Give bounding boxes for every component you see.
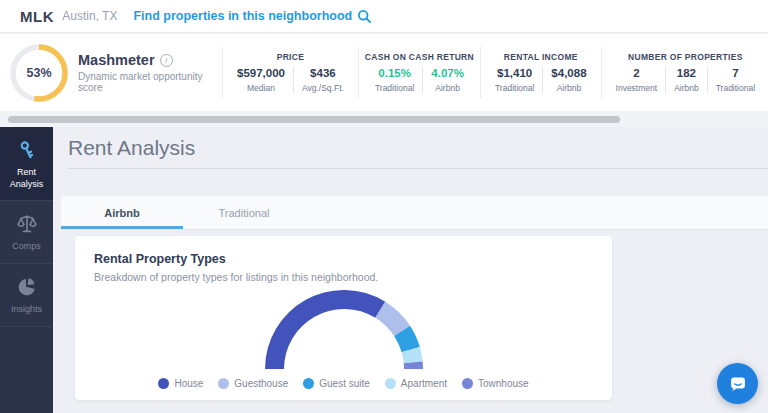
sidebar-item-label: Rent Analysis — [2, 167, 51, 190]
stat-label: Median — [247, 83, 275, 93]
legend-dot — [158, 378, 169, 389]
stat-group-label: RENTAL INCOME — [504, 52, 578, 62]
stat-group-price: PRICE $597,000Median $436Avg./Sq.Ft. — [223, 34, 358, 111]
stat-value: 7 — [732, 67, 738, 79]
sidebar-item-rent-analysis[interactable]: Rent Analysis — [0, 127, 53, 201]
stat-group-cash-on-cash: CASH ON CASH RETURN 0.15%Traditional 4.0… — [359, 34, 480, 111]
property-types-half-donut-chart — [244, 288, 444, 372]
stat-label: Investment — [616, 83, 658, 93]
stat-value: $597,000 — [237, 67, 285, 79]
legend-dot — [385, 378, 396, 389]
mashmeter-title: Mashmeter — [78, 52, 155, 68]
stat-group-label: CASH ON CASH RETURN — [365, 52, 474, 62]
legend-item-townhouse: Townhouse — [462, 378, 529, 389]
card-title: Rental Property Types — [94, 252, 593, 266]
legend-label: Guest suite — [319, 378, 370, 389]
legend-item-apartment: Apartment — [385, 378, 447, 389]
sidebar-item-comps[interactable]: Comps — [0, 201, 53, 264]
page-title: Rent Analysis — [68, 136, 195, 160]
legend-label: Townhouse — [478, 378, 529, 389]
chat-button[interactable] — [717, 363, 758, 404]
stat-group-number-of-properties: NUMBER OF PROPERTIES 2Investment 182Airb… — [602, 34, 768, 111]
sidebar-item-label: Comps — [12, 241, 41, 253]
chat-bubble-icon — [727, 373, 749, 395]
mashmeter-section: 53% Mashmeter i Dynamic market opportuni… — [0, 34, 222, 111]
stat-value: $1,410 — [497, 67, 532, 79]
neighborhood-location: Austin, TX — [62, 9, 117, 23]
key-icon — [16, 138, 38, 162]
tab-label: Traditional — [219, 207, 270, 219]
stats-scrollbar-thumb[interactable] — [8, 116, 620, 123]
stat-value: 2 — [633, 67, 639, 79]
mashmeter-score: 53% — [10, 44, 68, 102]
pie-chart-icon — [15, 275, 39, 299]
stat-label: Airbnb — [557, 83, 582, 93]
stat-value: $436 — [310, 67, 336, 79]
stat-label: Traditional — [716, 83, 755, 93]
tab-label: Airbnb — [104, 207, 139, 219]
sidebar-item-insights[interactable]: Insights — [0, 264, 53, 327]
card-subtitle: Breakdown of property types for listings… — [94, 271, 593, 283]
chart-legend: HouseGuesthouseGuest suiteApartmentTownh… — [94, 378, 593, 389]
legend-dot — [462, 378, 473, 389]
stat-label: Traditional — [495, 83, 534, 93]
stat-value: 4.07% — [431, 67, 464, 79]
mashmeter-subtitle: Dynamic market opportunity score — [78, 71, 222, 93]
stats-scrollbar-track — [0, 111, 768, 127]
stat-value: 182 — [677, 67, 696, 79]
legend-label: Apartment — [401, 378, 447, 389]
stat-group-label: PRICE — [277, 52, 304, 62]
find-properties-label: Find properties in this neighborhood — [133, 9, 352, 23]
legend-label: Guesthouse — [234, 378, 288, 389]
stat-label: Traditional — [375, 83, 414, 93]
sidebar-item-label: Insights — [11, 304, 42, 316]
donut-segment-house — [265, 290, 385, 369]
title-divider — [68, 168, 768, 169]
legend-dot — [303, 378, 314, 389]
balance-scale-icon — [15, 212, 39, 236]
legend-label: House — [174, 378, 203, 389]
tab-bar: Airbnb Traditional — [61, 196, 768, 229]
app-window: MLK Austin, TX Find properties in this n… — [0, 0, 768, 413]
stat-value: 0.15% — [378, 67, 411, 79]
tab-traditional[interactable]: Traditional — [183, 196, 305, 229]
stat-label: Avg./Sq.Ft. — [302, 83, 344, 93]
stat-group-rental-income: RENTAL INCOME $1,410Traditional $4,088Ai… — [481, 34, 601, 111]
stats-bar: 53% Mashmeter i Dynamic market opportuni… — [0, 34, 768, 111]
legend-item-guesthouse: Guesthouse — [218, 378, 288, 389]
sidebar: Rent Analysis Comps — [0, 127, 53, 413]
legend-dot — [218, 378, 229, 389]
legend-item-house: House — [158, 378, 203, 389]
find-properties-link[interactable]: Find properties in this neighborhood — [133, 9, 372, 24]
top-bar: MLK Austin, TX Find properties in this n… — [0, 0, 768, 33]
tab-airbnb[interactable]: Airbnb — [61, 196, 183, 229]
rental-property-types-card: Rental Property Types Breakdown of prope… — [75, 236, 612, 400]
active-tab-underline — [61, 226, 183, 229]
neighborhood-name: MLK — [20, 8, 54, 25]
search-icon — [357, 9, 372, 24]
mashmeter-gauge: 53% — [10, 44, 68, 102]
legend-item-guest-suite: Guest suite — [303, 378, 370, 389]
stat-value: $4,088 — [551, 67, 586, 79]
stat-group-label: NUMBER OF PROPERTIES — [628, 52, 743, 62]
info-icon[interactable]: i — [160, 54, 173, 67]
main-content: Rent Analysis Airbnb Traditional Rental … — [53, 127, 768, 413]
stat-label: Airbnb — [674, 83, 699, 93]
stat-label: Airbnb — [435, 83, 460, 93]
